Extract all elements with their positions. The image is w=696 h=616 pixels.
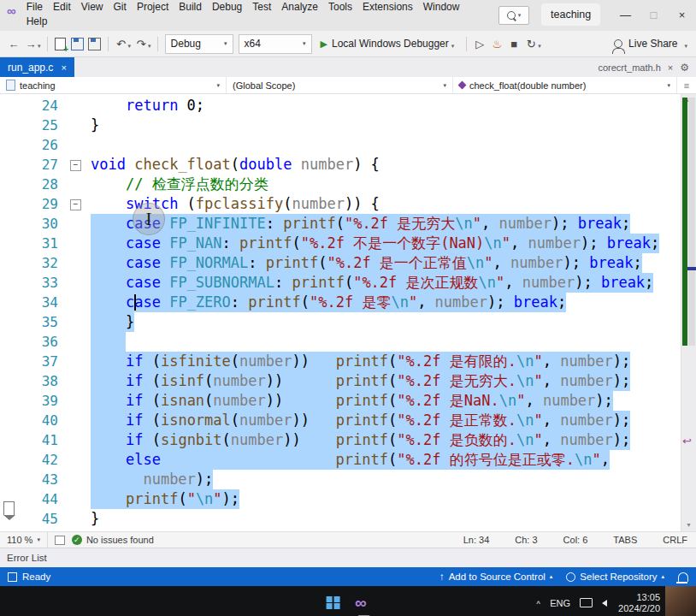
error-list-pane[interactable]: Error List <box>0 548 696 567</box>
code-line[interactable]: 33 case FP_SUBNORMAL: printf("%.2f 是次正规数… <box>0 273 681 293</box>
close-tab-icon[interactable]: × <box>61 62 66 73</box>
live-share-button[interactable]: Live Share <box>614 38 686 50</box>
bookmark-icon[interactable] <box>3 501 15 515</box>
eol-indicator[interactable]: CRLF <box>663 535 687 545</box>
code-line[interactable]: 31 case FP_NAN: printf("%.2f 不是一个数字(NaN)… <box>0 234 681 253</box>
search-box[interactable]: ▾ <box>498 6 529 25</box>
scope-dropdown[interactable]: (Global Scope) ▾ <box>227 77 453 93</box>
menu-window[interactable]: Window <box>418 0 465 15</box>
stop-icon[interactable]: ■ <box>505 34 522 53</box>
background-tasks-icon[interactable] <box>8 572 17 582</box>
maximize-button[interactable]: □ <box>640 0 668 29</box>
pane-icon[interactable] <box>55 536 65 545</box>
code-line[interactable]: 30 case FP_INFINITE: printf("%.2f 是无穷大\n… <box>0 214 681 234</box>
new-file-icon[interactable] <box>52 34 69 53</box>
scroll-down-icon[interactable]: ▼ <box>681 519 696 531</box>
document-health[interactable]: ✓ No issues found <box>72 535 154 545</box>
menu-build[interactable]: Build <box>174 0 207 15</box>
code-line[interactable]: 28 // 检查浮点数的分类 <box>0 175 681 194</box>
debug-caret-icon[interactable]: ▾ <box>538 43 541 50</box>
menu-git[interactable]: Git <box>109 0 132 15</box>
menu-help[interactable]: Help <box>21 15 53 29</box>
chevron-down-icon: ▾ <box>451 43 455 50</box>
fold-collapse-icon[interactable]: − <box>70 199 81 210</box>
line-indicator[interactable]: Ln: 34 <box>463 535 490 545</box>
code-line[interactable]: 44 printf("\n"); <box>0 489 681 509</box>
menu-edit[interactable]: Edit <box>48 0 76 15</box>
notifications-bell-icon[interactable] <box>678 572 688 582</box>
code-line[interactable]: 43 number); <box>0 470 681 489</box>
select-repository-button[interactable]: Select Repository ▴ <box>566 572 664 582</box>
code-editor[interactable]: 24 return 0;25}2627−void check_float(dou… <box>0 94 696 531</box>
clock[interactable]: 13:05 2024/2/20 <box>618 592 660 614</box>
menu-analyze[interactable]: Analyze <box>276 0 323 15</box>
menu-view[interactable]: View <box>76 0 109 15</box>
char-indicator[interactable]: Ch: 3 <box>515 535 537 545</box>
undo-caret-icon[interactable]: ▾ <box>128 43 132 50</box>
gear-icon[interactable]: ⚙ <box>680 62 689 74</box>
tab-run-app-c[interactable]: run_app.c × <box>0 57 74 77</box>
start-debugging-button[interactable]: ▶ Local Windows Debugger ▾ <box>315 34 463 53</box>
close-secondary-tab-icon[interactable]: × <box>668 62 673 73</box>
column-indicator[interactable]: Col: 6 <box>563 535 588 545</box>
menu-file[interactable]: File <box>21 0 48 15</box>
menu-test[interactable]: Test <box>247 0 276 15</box>
chevron-down-icon: ▾ <box>443 82 446 89</box>
code-line[interactable]: 25} <box>0 116 681 135</box>
add-to-source-control-button[interactable]: ↑ Add to Source Control ▴ <box>439 572 552 582</box>
code-line[interactable]: 29− switch (fpclassify(number)) { <box>0 194 681 214</box>
close-button[interactable]: × <box>668 0 696 29</box>
code-line[interactable]: 38 if (isinf(number)) printf("%.2f 是无穷大.… <box>0 371 681 391</box>
platform-dropdown[interactable]: x64▾ <box>239 34 312 54</box>
keyboard-icon[interactable] <box>580 598 593 607</box>
redo-caret-icon[interactable]: ▾ <box>148 43 151 50</box>
menu-extensions[interactable]: Extensions <box>357 0 418 15</box>
fold-margin <box>58 116 91 135</box>
menu-project[interactable]: Project <box>132 0 174 15</box>
code-line[interactable]: 34 case FP_ZERO: printf("%.2f 是零\n", num… <box>0 293 681 312</box>
zoom-dropdown[interactable]: 110 % ▾ <box>0 532 48 548</box>
navigate-back-icon[interactable]: ← <box>5 34 22 53</box>
save-icon[interactable] <box>69 34 86 53</box>
code-line[interactable]: 45} <box>0 509 681 529</box>
code-line[interactable]: 32 case FP_NORMAL: printf("%.2f 是一个正常值\n… <box>0 253 681 273</box>
redo-icon[interactable]: ↷ <box>133 34 150 53</box>
save-all-icon[interactable] <box>86 34 103 53</box>
code-line[interactable]: 40 if (isnormal(number)) printf("%.2f 是正… <box>0 411 681 430</box>
code-line[interactable]: 39 if (isnan(number)) printf("%.2f 是NaN.… <box>0 391 681 411</box>
code-line[interactable]: 24 return 0; <box>0 96 681 116</box>
fold-collapse-icon[interactable]: − <box>70 160 81 171</box>
hot-reload-icon[interactable]: ♨ <box>488 34 505 53</box>
attach-icon[interactable]: ▷ <box>471 34 488 53</box>
code-line[interactable]: 26 <box>0 135 681 155</box>
navbar-options-icon[interactable]: ≡ <box>677 77 696 93</box>
tray-chevron-up-icon[interactable]: ˄ <box>536 600 540 607</box>
tab-corecrt-math-h[interactable]: corecrt_math.h <box>598 62 660 73</box>
project-dropdown[interactable]: teaching ▾ <box>0 77 227 93</box>
navigate-forward-icon[interactable]: → <box>22 34 39 53</box>
suggestion-icon[interactable]: ↩ <box>682 435 692 447</box>
code-line[interactable]: 42 else printf("%.2f 的符号位是正或零.\n", <box>0 450 681 470</box>
navigate-caret-icon[interactable]: ▾ <box>38 43 41 50</box>
menu-debug[interactable]: Debug <box>207 0 247 15</box>
menu-tools[interactable]: Tools <box>323 0 357 15</box>
member-dropdown[interactable]: check_float(double number) ▾ <box>453 77 677 93</box>
configuration-dropdown[interactable]: Debug▾ <box>165 34 233 54</box>
code-line[interactable]: 36 <box>0 332 681 352</box>
restart-icon[interactable]: ↻ <box>522 34 540 53</box>
vertical-scrollbar[interactable]: ▲ ↩ ▼ <box>681 94 696 531</box>
undo-icon[interactable]: ↶ <box>113 34 130 53</box>
fold-margin <box>58 312 91 332</box>
minimize-button[interactable]: — <box>611 0 640 29</box>
code-line[interactable]: 37 if (isfinite(number)) printf("%.2f 是有… <box>0 352 681 371</box>
code-line[interactable]: 35 } <box>0 312 681 332</box>
scrollbar-thumb[interactable] <box>688 98 695 346</box>
speaker-icon[interactable] <box>602 600 607 607</box>
code-line[interactable]: 41 if (signbit(number)) printf("%.2f 是负数… <box>0 430 681 450</box>
toolbar-overflow-icon[interactable]: ▾ <box>684 43 687 50</box>
code-line[interactable]: 27−void check_float(double number) { <box>0 155 681 175</box>
visual-studio-taskbar-icon[interactable]: ∞ <box>355 594 367 613</box>
start-button[interactable] <box>327 596 340 610</box>
tabs-indicator[interactable]: TABS <box>613 535 637 545</box>
language-indicator[interactable]: ENG <box>550 598 570 608</box>
